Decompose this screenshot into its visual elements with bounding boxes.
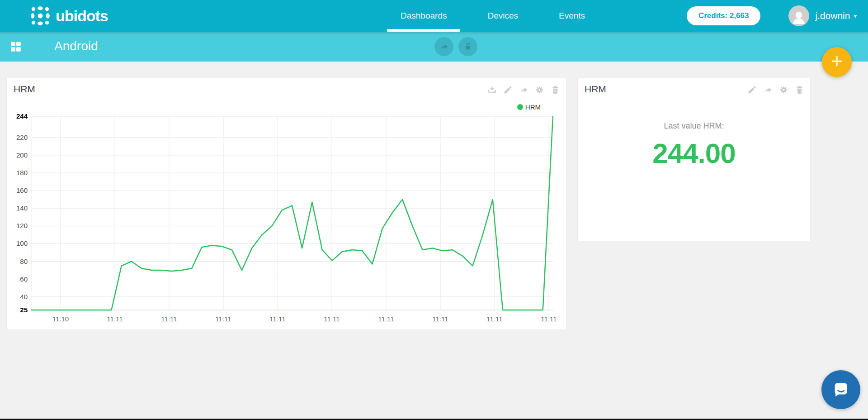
svg-text:80: 80 [20, 258, 28, 265]
delete-icon[interactable] [551, 85, 560, 95]
brand-name: ubidots [56, 7, 108, 25]
nav-tab-devices-label: Devices [487, 11, 518, 21]
edit-icon[interactable] [747, 85, 757, 95]
svg-text:60: 60 [20, 275, 28, 283]
legend-series-label: HRM [525, 103, 541, 111]
ubidots-logo[interactable]: ubidots [29, 0, 108, 32]
active-tab-underline [387, 29, 460, 32]
hrm-chart-widget: HRM HRM 11:1011:1111:1111:1111:1111:1111… [6, 78, 566, 330]
svg-text:11:11: 11:11 [378, 315, 394, 323]
grid-icon [10, 41, 22, 52]
svg-text:180: 180 [16, 169, 28, 177]
hrm-metric-widget: HRM Last value HRM: 244.00 [577, 78, 811, 241]
dashboard-sub-bar: Android [0, 32, 868, 62]
settings-icon[interactable] [779, 85, 788, 95]
chart-widget-title: HRM [14, 84, 35, 95]
svg-text:11:11: 11:11 [486, 315, 502, 323]
add-widget-button[interactable]: + [822, 47, 852, 77]
svg-text:11:10: 11:10 [52, 315, 69, 323]
share-icon[interactable] [519, 85, 528, 95]
credits-badge[interactable]: Credits: 2,663 [687, 6, 761, 25]
chat-bubble-icon [831, 380, 851, 400]
svg-text:120: 120 [16, 222, 28, 229]
dashboard-title: Android [54, 39, 98, 53]
unlock-icon [463, 42, 473, 52]
nav-tab-dashboards[interactable]: Dashboards [387, 0, 460, 32]
svg-text:100: 100 [16, 239, 28, 247]
topbar-right-section: Credits: 2,663 j.downin ▾ [687, 0, 857, 32]
svg-text:140: 140 [16, 204, 28, 212]
svg-text:11:11: 11:11 [432, 315, 448, 323]
svg-text:11:11: 11:11 [269, 315, 285, 323]
last-value-number: 244.00 [652, 137, 736, 169]
nav-tab-events-label: Events [559, 11, 585, 21]
metric-widget-title: HRM [585, 84, 606, 95]
svg-text:244: 244 [16, 112, 28, 120]
nav-tab-devices[interactable]: Devices [474, 0, 532, 32]
nav-tab-dashboards-label: Dashboards [401, 11, 447, 21]
share-icon [439, 42, 449, 52]
svg-text:220: 220 [16, 134, 28, 141]
chart-widget-toolbar [487, 85, 560, 95]
hrm-line-chart: 11:1011:1111:1111:1111:1111:1111:1111:11… [7, 78, 567, 330]
user-avatar[interactable] [788, 5, 809, 26]
username[interactable]: j.downin [815, 10, 850, 21]
svg-text:11:11: 11:11 [541, 315, 557, 323]
person-icon [790, 8, 808, 26]
download-icon[interactable] [487, 85, 497, 95]
lock-dashboard-button[interactable] [458, 37, 477, 56]
ubidots-dots-icon [29, 5, 52, 27]
main-nav: Dashboards Devices Events [387, 0, 599, 32]
legend-series-dot [517, 104, 523, 110]
top-navigation-bar: ubidots Dashboards Devices Events Credit… [0, 0, 868, 32]
metric-body: Last value HRM: 244.00 [578, 121, 810, 169]
svg-text:11:11: 11:11 [161, 315, 177, 323]
credits-label: Credits: 2,663 [698, 11, 749, 20]
last-value-label: Last value HRM: [664, 121, 724, 131]
settings-icon[interactable] [535, 85, 544, 95]
svg-text:25: 25 [20, 306, 28, 314]
plus-icon: + [831, 50, 843, 72]
svg-text:11:11: 11:11 [324, 315, 340, 323]
chart-legend[interactable]: HRM [517, 103, 541, 111]
svg-text:160: 160 [16, 186, 28, 194]
user-menu-caret-icon[interactable]: ▾ [854, 13, 857, 19]
svg-text:200: 200 [16, 151, 28, 159]
share-icon[interactable] [763, 85, 773, 95]
svg-text:40: 40 [20, 293, 28, 301]
chat-launcher-button[interactable] [821, 370, 860, 409]
metric-widget-toolbar [747, 85, 804, 95]
dashboard-actions [434, 37, 477, 56]
svg-text:11:11: 11:11 [107, 315, 123, 323]
share-dashboard-button[interactable] [434, 37, 453, 56]
edit-icon[interactable] [503, 85, 513, 95]
delete-icon[interactable] [795, 85, 804, 95]
dashboards-grid-button[interactable] [10, 41, 22, 52]
nav-tab-events[interactable]: Events [545, 0, 599, 32]
svg-text:11:11: 11:11 [215, 315, 231, 323]
